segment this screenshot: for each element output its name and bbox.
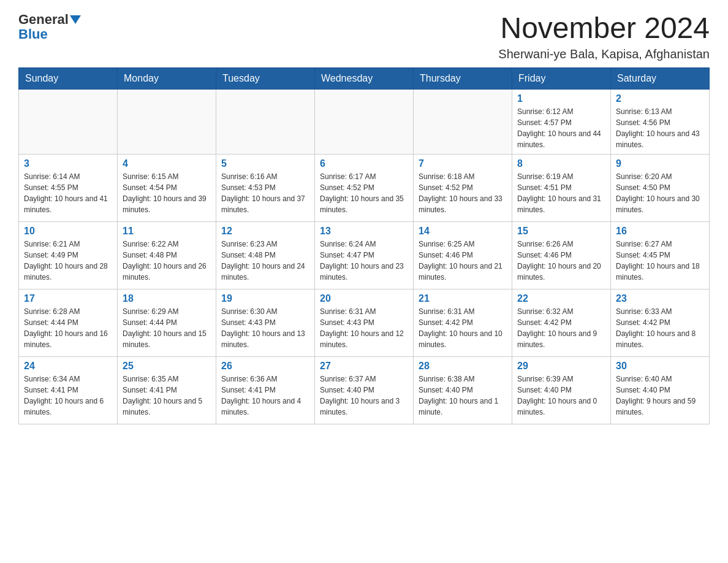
calendar-cell: 6Sunrise: 6:17 AMSunset: 4:52 PMDaylight…: [315, 154, 414, 221]
logo-general-text: General: [18, 12, 69, 27]
day-info: Sunrise: 6:27 AMSunset: 4:45 PMDaylight:…: [616, 239, 704, 283]
calendar-cell: 14Sunrise: 6:25 AMSunset: 4:46 PMDayligh…: [414, 221, 512, 289]
column-header-thursday: Thursday: [414, 67, 512, 89]
day-number: 28: [419, 361, 507, 372]
day-info: Sunrise: 6:13 AMSunset: 4:56 PMDaylight:…: [616, 106, 704, 150]
day-number: 8: [517, 158, 605, 169]
day-number: 16: [616, 226, 704, 237]
day-number: 21: [419, 293, 507, 304]
day-info: Sunrise: 6:26 AMSunset: 4:46 PMDaylight:…: [517, 239, 605, 283]
day-info: Sunrise: 6:38 AMSunset: 4:40 PMDaylight:…: [419, 373, 507, 418]
calendar-cell: [19, 89, 118, 154]
calendar-cell: 29Sunrise: 6:39 AMSunset: 4:40 PMDayligh…: [512, 356, 611, 424]
day-info: Sunrise: 6:34 AMSunset: 4:41 PMDaylight:…: [24, 373, 112, 418]
day-number: 26: [221, 361, 309, 372]
calendar-cell: 12Sunrise: 6:23 AMSunset: 4:48 PMDayligh…: [216, 221, 315, 289]
calendar-cell: 28Sunrise: 6:38 AMSunset: 4:40 PMDayligh…: [414, 356, 512, 424]
logo: General Blue: [18, 12, 81, 42]
location-text: Sherwani-ye Bala, Kapisa, Afghanistan: [498, 47, 710, 61]
day-info: Sunrise: 6:12 AMSunset: 4:57 PMDaylight:…: [517, 106, 605, 150]
day-info: Sunrise: 6:15 AMSunset: 4:54 PMDaylight:…: [123, 171, 211, 215]
day-number: 25: [123, 361, 211, 372]
logo-blue-text: Blue: [18, 27, 48, 42]
day-info: Sunrise: 6:29 AMSunset: 4:44 PMDaylight:…: [123, 306, 211, 350]
calendar-week-2: 3Sunrise: 6:14 AMSunset: 4:55 PMDaylight…: [19, 154, 710, 221]
calendar-cell: 4Sunrise: 6:15 AMSunset: 4:54 PMDaylight…: [118, 154, 216, 221]
day-number: 11: [123, 226, 211, 237]
day-number: 14: [419, 226, 507, 237]
day-info: Sunrise: 6:33 AMSunset: 4:42 PMDaylight:…: [616, 306, 704, 350]
calendar-cell: 20Sunrise: 6:31 AMSunset: 4:43 PMDayligh…: [315, 289, 414, 356]
day-info: Sunrise: 6:36 AMSunset: 4:41 PMDaylight:…: [221, 373, 309, 418]
day-info: Sunrise: 6:28 AMSunset: 4:44 PMDaylight:…: [24, 306, 112, 350]
calendar-cell: 3Sunrise: 6:14 AMSunset: 4:55 PMDaylight…: [19, 154, 118, 221]
day-info: Sunrise: 6:19 AMSunset: 4:51 PMDaylight:…: [517, 171, 605, 215]
day-info: Sunrise: 6:31 AMSunset: 4:42 PMDaylight:…: [419, 306, 507, 350]
calendar-cell: 26Sunrise: 6:36 AMSunset: 4:41 PMDayligh…: [216, 356, 315, 424]
logo-triangle-icon: [70, 15, 81, 24]
calendar-table: SundayMondayTuesdayWednesdayThursdayFrid…: [18, 67, 710, 424]
calendar-cell: 25Sunrise: 6:35 AMSunset: 4:41 PMDayligh…: [118, 356, 216, 424]
day-number: 27: [320, 361, 408, 372]
column-header-wednesday: Wednesday: [315, 67, 414, 89]
column-header-monday: Monday: [118, 67, 216, 89]
calendar-cell: 5Sunrise: 6:16 AMSunset: 4:53 PMDaylight…: [216, 154, 315, 221]
day-number: 2: [616, 93, 704, 104]
day-number: 29: [517, 361, 605, 372]
day-info: Sunrise: 6:30 AMSunset: 4:43 PMDaylight:…: [221, 306, 309, 350]
calendar-cell: 30Sunrise: 6:40 AMSunset: 4:40 PMDayligh…: [611, 356, 710, 424]
day-number: 1: [517, 93, 605, 104]
calendar-week-3: 10Sunrise: 6:21 AMSunset: 4:49 PMDayligh…: [19, 221, 710, 289]
day-info: Sunrise: 6:40 AMSunset: 4:40 PMDaylight:…: [616, 373, 704, 418]
calendar-cell: [315, 89, 414, 154]
day-info: Sunrise: 6:32 AMSunset: 4:42 PMDaylight:…: [517, 306, 605, 350]
calendar-week-4: 17Sunrise: 6:28 AMSunset: 4:44 PMDayligh…: [19, 289, 710, 356]
calendar-cell: 19Sunrise: 6:30 AMSunset: 4:43 PMDayligh…: [216, 289, 315, 356]
calendar-body: 1Sunrise: 6:12 AMSunset: 4:57 PMDaylight…: [19, 89, 710, 424]
day-number: 5: [221, 158, 309, 169]
calendar-cell: 7Sunrise: 6:18 AMSunset: 4:52 PMDaylight…: [414, 154, 512, 221]
month-title: November 2024: [498, 12, 710, 45]
day-number: 17: [24, 293, 112, 304]
calendar-cell: 13Sunrise: 6:24 AMSunset: 4:47 PMDayligh…: [315, 221, 414, 289]
day-info: Sunrise: 6:22 AMSunset: 4:48 PMDaylight:…: [123, 239, 211, 283]
day-info: Sunrise: 6:20 AMSunset: 4:50 PMDaylight:…: [616, 171, 704, 215]
calendar-cell: [216, 89, 315, 154]
day-number: 6: [320, 158, 408, 169]
calendar-cell: 21Sunrise: 6:31 AMSunset: 4:42 PMDayligh…: [414, 289, 512, 356]
day-number: 10: [24, 226, 112, 237]
calendar-cell: 22Sunrise: 6:32 AMSunset: 4:42 PMDayligh…: [512, 289, 611, 356]
column-header-saturday: Saturday: [611, 67, 710, 89]
day-number: 12: [221, 226, 309, 237]
calendar-cell: 2Sunrise: 6:13 AMSunset: 4:56 PMDaylight…: [611, 89, 710, 154]
day-number: 9: [616, 158, 704, 169]
day-number: 18: [123, 293, 211, 304]
calendar-cell: 10Sunrise: 6:21 AMSunset: 4:49 PMDayligh…: [19, 221, 118, 289]
day-info: Sunrise: 6:37 AMSunset: 4:40 PMDaylight:…: [320, 373, 408, 418]
day-info: Sunrise: 6:16 AMSunset: 4:53 PMDaylight:…: [221, 171, 309, 215]
calendar-cell: 27Sunrise: 6:37 AMSunset: 4:40 PMDayligh…: [315, 356, 414, 424]
calendar-cell: 9Sunrise: 6:20 AMSunset: 4:50 PMDaylight…: [611, 154, 710, 221]
calendar-cell: 23Sunrise: 6:33 AMSunset: 4:42 PMDayligh…: [611, 289, 710, 356]
calendar-cell: 15Sunrise: 6:26 AMSunset: 4:46 PMDayligh…: [512, 221, 611, 289]
day-info: Sunrise: 6:14 AMSunset: 4:55 PMDaylight:…: [24, 171, 112, 215]
day-number: 22: [517, 293, 605, 304]
calendar-week-5: 24Sunrise: 6:34 AMSunset: 4:41 PMDayligh…: [19, 356, 710, 424]
calendar-cell: 18Sunrise: 6:29 AMSunset: 4:44 PMDayligh…: [118, 289, 216, 356]
day-number: 13: [320, 226, 408, 237]
day-info: Sunrise: 6:31 AMSunset: 4:43 PMDaylight:…: [320, 306, 408, 350]
calendar-cell: 1Sunrise: 6:12 AMSunset: 4:57 PMDaylight…: [512, 89, 611, 154]
day-number: 30: [616, 361, 704, 372]
column-header-tuesday: Tuesday: [216, 67, 315, 89]
day-number: 19: [221, 293, 309, 304]
day-number: 15: [517, 226, 605, 237]
calendar-cell: 8Sunrise: 6:19 AMSunset: 4:51 PMDaylight…: [512, 154, 611, 221]
day-info: Sunrise: 6:24 AMSunset: 4:47 PMDaylight:…: [320, 239, 408, 283]
title-block: November 2024 Sherwani-ye Bala, Kapisa, …: [498, 12, 710, 61]
page-header: General Blue November 2024 Sherwani-ye B…: [18, 12, 710, 61]
calendar-week-1: 1Sunrise: 6:12 AMSunset: 4:57 PMDaylight…: [19, 89, 710, 154]
day-number: 23: [616, 293, 704, 304]
calendar-cell: [118, 89, 216, 154]
day-number: 4: [123, 158, 211, 169]
calendar-cell: [414, 89, 512, 154]
